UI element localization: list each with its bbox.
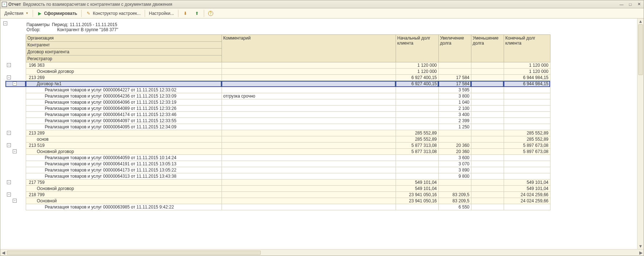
vertical-scrollbar[interactable]: ▲ ▼	[637, 18, 644, 249]
row-comment	[222, 130, 396, 136]
row-c2: 17 584	[438, 81, 471, 87]
row-name: Реализация товаров и услуг 00000064089 о…	[26, 106, 222, 112]
wizard-icon: ✎	[86, 11, 91, 16]
table-row[interactable]: −218 79923 941 050,1683 209,524 024 259,…	[5, 192, 550, 198]
collapse-toggle[interactable]: −	[13, 149, 17, 153]
table-row[interactable]: Реализация товаров и услуг 00000064096 о…	[5, 99, 550, 106]
row-c3	[471, 143, 504, 149]
title-bar: ≡ Отчет Ведомость по взаиморасчетам с ко…	[0, 0, 644, 8]
collapse-toggle[interactable]: −	[7, 131, 11, 135]
settings-button[interactable]: Настройки...	[146, 10, 177, 17]
row-comment	[222, 69, 396, 75]
table-row[interactable]: Реализация товаров и услуг 00000064095 о…	[5, 124, 550, 130]
row-c3	[471, 192, 504, 198]
scroll-right-icon[interactable]: ▶	[638, 250, 644, 256]
constructor-button[interactable]: ✎ Конструктор настроек...	[83, 9, 143, 17]
row-c3	[471, 118, 504, 124]
table-row[interactable]: Реализация товаров и услуг 00000063985 о…	[5, 204, 550, 210]
table-row[interactable]: −213 289285 552,89285 552,89	[5, 130, 550, 136]
tree-cell	[5, 136, 26, 143]
table-row[interactable]: Основной договор1 120 0001 120 000	[5, 69, 550, 75]
collapse-toggle[interactable]: −	[7, 75, 11, 79]
report-icon: ≡	[2, 2, 7, 7]
collapse-toggle[interactable]: −	[7, 143, 11, 147]
scroll-left-icon[interactable]: ◀	[0, 250, 6, 256]
scroll-track[interactable]	[6, 250, 638, 255]
separator	[81, 10, 82, 17]
maximize-button[interactable]: □	[627, 2, 633, 7]
tree-cell	[5, 93, 26, 99]
row-comment	[222, 87, 396, 93]
table-row[interactable]: −Основной23 941 050,1683 209,524 024 259…	[5, 198, 550, 204]
row-comment	[222, 99, 396, 106]
scroll-down-icon[interactable]: ▼	[638, 243, 644, 249]
table-row[interactable]: Реализация товаров и услуг 00000064227 о…	[5, 87, 550, 93]
col-register: Регистратор	[26, 55, 222, 62]
collapse-all-toggle[interactable]: −	[3, 21, 7, 25]
row-comment	[222, 186, 396, 192]
scroll-up-icon[interactable]: ▲	[638, 18, 644, 24]
collapse-toggle[interactable]: −	[13, 82, 17, 86]
row-c2: 3 800	[438, 93, 471, 99]
actions-menu[interactable]: Действия ▼	[2, 10, 31, 17]
row-c3	[471, 198, 504, 204]
row-c2: 3 595	[438, 87, 471, 93]
save-settings-icon: ⬇	[182, 11, 188, 16]
row-c1	[396, 124, 438, 130]
table-row[interactable]: Реализация товаров и услуг 00000064313 о…	[5, 173, 550, 179]
row-name: Реализация товаров и услуг 00000064227 о…	[26, 87, 222, 93]
scroll-thumb[interactable]	[638, 24, 643, 75]
collapse-toggle[interactable]: −	[7, 193, 11, 197]
table-row[interactable]: Реализация товаров и услуг 00000064097 о…	[5, 118, 550, 124]
table-row[interactable]: Реализация товаров и услуг 00000064059 о…	[5, 155, 550, 161]
tree-cell	[5, 87, 26, 93]
run-button[interactable]: ▶ Сформировать	[34, 9, 80, 17]
table-row[interactable]: Реализация товаров и услуг 00000064089 о…	[5, 106, 550, 112]
row-name: Реализация товаров и услуг 00000064191 о…	[26, 161, 222, 167]
row-c3	[471, 173, 504, 179]
col-start-debt: Начальный долг клиента	[396, 35, 438, 62]
table-row[interactable]: −217 759549 101,04549 101,04	[5, 179, 550, 186]
row-c3	[471, 149, 504, 155]
table-row[interactable]: −196 3631 120 0001 120 000	[5, 62, 550, 69]
col-end-debt: Конечный долг клиента	[504, 35, 550, 62]
table-row[interactable]: Основной договор549 101,04549 101,04	[5, 186, 550, 192]
filter-value: Контрагент В группе "168 377"	[57, 27, 118, 32]
table-row[interactable]: Реализация товаров и услуг 00000064236 о…	[5, 93, 550, 99]
row-c2: 3 600	[438, 155, 471, 161]
minimize-button[interactable]: —	[618, 2, 625, 7]
load-settings-button[interactable]: ⬆	[191, 9, 202, 17]
table-row[interactable]: Реализация товаров и услуг 00000064191 о…	[5, 161, 550, 167]
row-c4: 285 552,89	[504, 136, 550, 143]
row-c2	[438, 130, 471, 136]
collapse-toggle[interactable]: −	[7, 180, 11, 184]
save-settings-button[interactable]: ⬇	[180, 9, 191, 17]
table-row[interactable]: Реализация товаров и услуг 00000064174 о…	[5, 112, 550, 118]
row-name: 213 289	[26, 130, 222, 136]
table-row[interactable]: основ285 552,89285 552,89	[5, 136, 550, 143]
table-row[interactable]: −Договор №16 927 400,1517 5846 944 984,1…	[5, 81, 550, 87]
row-c3	[471, 106, 504, 112]
row-c4: 6 944 984,15	[504, 81, 550, 87]
table-row[interactable]: −Основной договор5 877 313,0820 3605 897…	[5, 149, 550, 155]
table-row[interactable]: −213 2696 927 400,1517 5846 944 984,15	[5, 75, 550, 81]
horizontal-scrollbar[interactable]: ◀ ▶	[0, 249, 644, 256]
row-name: Реализация товаров и услуг 00000064095 о…	[26, 124, 222, 130]
collapse-toggle[interactable]: −	[13, 199, 17, 203]
help-button[interactable]: ?	[206, 10, 216, 17]
tree-cell	[5, 167, 26, 173]
close-button[interactable]: ✕	[636, 2, 642, 7]
table-row[interactable]: Реализация товаров и услуг 00000064173 о…	[5, 167, 550, 173]
row-name: 213 269	[26, 75, 222, 81]
row-c1	[396, 173, 438, 179]
row-c2	[438, 186, 471, 192]
row-c3	[471, 130, 504, 136]
table-row[interactable]: −213 5195 877 313,0820 3605 897 673,08	[5, 143, 550, 149]
scroll-track[interactable]	[637, 24, 644, 243]
tree-cell	[5, 173, 26, 179]
collapse-toggle[interactable]: −	[7, 63, 11, 67]
col-decrease: Уменьшение долга	[471, 35, 504, 62]
row-c3	[471, 155, 504, 161]
scroll-thumb[interactable]	[7, 251, 261, 255]
row-c1	[396, 161, 438, 167]
